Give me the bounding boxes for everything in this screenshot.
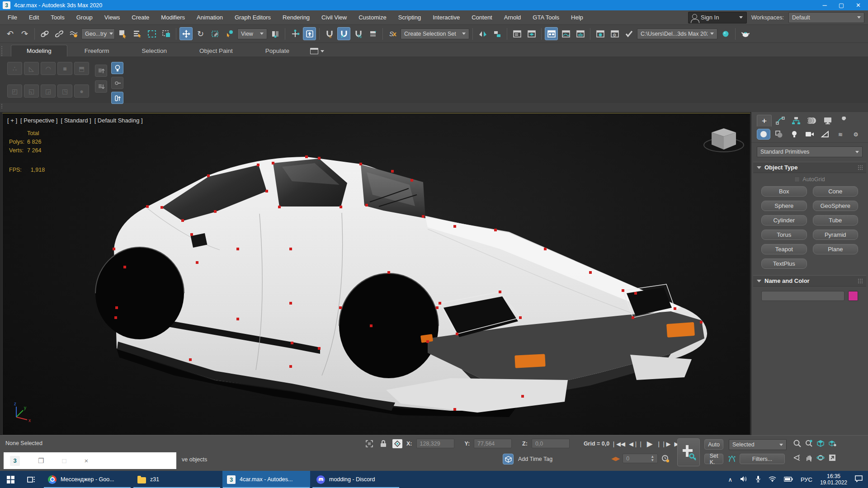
show-end-result-icon[interactable] — [111, 62, 123, 74]
minimize-button[interactable]: ─ — [823, 2, 827, 9]
select-by-name-icon[interactable] — [131, 27, 144, 40]
material-editor-icon[interactable] — [594, 27, 607, 40]
poly-tool-icon-1[interactable]: ◰ — [7, 84, 22, 98]
auto-key-button[interactable]: Auto — [704, 439, 723, 450]
y-coordinate-field[interactable]: 77,564 — [474, 439, 512, 448]
motion-tab[interactable] — [804, 115, 819, 127]
teapot-button[interactable]: Teapot — [761, 244, 807, 254]
z-coordinate-field[interactable]: 0,0 — [532, 439, 570, 448]
viewport-renderer-menu[interactable]: [ Standard ] — [61, 117, 91, 124]
poly-tool-icon-5[interactable]: ● — [74, 84, 89, 98]
menu-arnold[interactable]: Arnold — [498, 10, 527, 24]
percent-snap-toggle-icon[interactable]: % — [352, 27, 365, 40]
select-and-link-icon[interactable] — [38, 27, 51, 40]
menu-group[interactable]: Group — [71, 10, 99, 24]
absolute-mode-transform-icon[interactable] — [392, 439, 402, 448]
viewport-shading-menu[interactable]: [ Default Shading ] — [94, 117, 143, 124]
pan-view-icon[interactable] — [804, 453, 814, 462]
select-object-icon[interactable] — [116, 27, 129, 40]
time-tag-cube-icon[interactable] — [503, 454, 514, 465]
copy-icon[interactable]: ❐ — [38, 457, 44, 465]
select-and-place-icon[interactable] — [223, 27, 236, 40]
close-popup-icon[interactable]: × — [85, 457, 89, 465]
menu-interactive[interactable]: Interactive — [427, 10, 466, 24]
maximize-button[interactable]: ▢ — [839, 2, 844, 9]
sphere-button[interactable]: Sphere — [761, 201, 807, 211]
action-center-icon[interactable] — [855, 475, 863, 483]
cameras-category-icon[interactable] — [803, 129, 816, 140]
poly-tool-icon-4[interactable]: ◳ — [57, 84, 72, 98]
menu-edit[interactable]: Edit — [23, 10, 45, 24]
textplus-button[interactable]: TextPlus — [761, 258, 807, 269]
frame-spinner-arrows-icon[interactable]: ◀▶ — [611, 455, 620, 462]
selection-set-keying-dropdown[interactable]: Selected — [729, 439, 787, 450]
task-view-button[interactable] — [21, 471, 42, 488]
language-indicator[interactable]: РУС — [801, 476, 812, 483]
select-and-move-icon[interactable] — [179, 27, 193, 40]
viewcube[interactable] — [704, 128, 744, 152]
utilities-tab[interactable] — [836, 115, 851, 127]
select-and-rotate-icon[interactable]: ↻ — [194, 27, 207, 40]
isolate-selection-icon[interactable] — [364, 439, 374, 448]
poly-tool-icon-2[interactable]: ◱ — [24, 84, 39, 98]
toggle-ribbon-icon[interactable] — [545, 27, 558, 40]
bind-to-spacewarp-icon[interactable] — [67, 27, 80, 40]
project-folder-dropdown[interactable]: C:\Users\Del...3ds Max 2020 — [637, 28, 717, 39]
menu-tools[interactable]: Tools — [45, 10, 70, 24]
autogrid-checkbox[interactable] — [794, 177, 800, 182]
pyramid-button[interactable]: Pyramid — [813, 230, 859, 240]
menu-rendering[interactable]: Rendering — [277, 10, 316, 24]
workspace-dropdown[interactable]: Default — [788, 12, 864, 23]
go-to-start-icon[interactable]: ❘◀◀ — [611, 441, 625, 447]
create-tab[interactable]: + — [757, 115, 772, 127]
name-and-color-rollout-header[interactable]: Name and Color — [753, 275, 866, 286]
window-crossing-toggle-icon[interactable] — [160, 27, 173, 40]
edge-mode-icon[interactable]: ◺ — [24, 62, 39, 75]
render-setup-icon[interactable]: ⚙ — [608, 27, 621, 40]
add-time-tag-label[interactable]: Add Time Tag — [518, 456, 552, 462]
square-icon[interactable]: □ — [62, 457, 66, 465]
border-mode-icon[interactable]: ◠ — [41, 62, 56, 75]
redo-icon[interactable]: ↷ — [18, 27, 31, 40]
menu-gta-tools[interactable]: GTA Tools — [527, 10, 565, 24]
menu-graph-editors[interactable]: Graph Editors — [229, 10, 277, 24]
play-icon[interactable]: ▶ — [647, 439, 653, 449]
cone-button[interactable]: Cone — [813, 186, 859, 197]
close-button[interactable]: ✕ — [856, 2, 861, 9]
ribbon-tab-freeform[interactable]: Freeform — [69, 45, 125, 56]
object-color-swatch[interactable] — [848, 291, 858, 301]
vertex-mode-icon[interactable]: ∴ — [7, 62, 22, 75]
menu-create[interactable]: Create — [126, 10, 155, 24]
box-button[interactable]: Box — [761, 186, 807, 197]
named-selection-set-combo[interactable]: Create Selection Set — [401, 28, 469, 39]
sign-in-button[interactable]: Sign In — [688, 12, 747, 23]
display-tab[interactable] — [820, 115, 835, 127]
geosphere-button[interactable]: GeoSphere — [813, 201, 859, 211]
viewport-general-menu[interactable]: [ + ] — [7, 117, 17, 124]
toggle-layer-explorer-icon[interactable] — [525, 27, 538, 40]
undo-icon[interactable]: ↶ — [4, 27, 17, 40]
tube-button[interactable]: Tube — [813, 215, 859, 225]
time-configuration-icon[interactable] — [660, 454, 670, 463]
curve-editor-icon[interactable] — [559, 27, 572, 40]
menu-modifiers[interactable]: Modifiers — [155, 10, 191, 24]
zoom-icon[interactable] — [792, 439, 802, 448]
taskbar-clock[interactable]: 16:35 19.01.2022 — [820, 473, 847, 486]
selection-lock-icon[interactable] — [378, 439, 388, 448]
category-dropdown[interactable]: Standard Primitives — [757, 146, 863, 157]
spinner-snap-toggle-icon[interactable] — [366, 27, 379, 40]
unlink-selection-icon[interactable] — [52, 27, 66, 40]
render-in-cloud-icon[interactable] — [719, 27, 732, 40]
select-and-scale-icon[interactable] — [208, 27, 222, 40]
menu-customize[interactable]: Customize — [353, 10, 392, 24]
toggle-scene-explorer-icon[interactable] — [510, 27, 524, 40]
set-keys-button[interactable] — [677, 438, 700, 466]
polygon-mode-icon[interactable]: ■ — [57, 62, 72, 75]
key-filters-icon[interactable] — [727, 455, 737, 464]
ribbon-tab-selection[interactable]: Selection — [127, 45, 183, 56]
orbit-icon[interactable] — [816, 453, 826, 462]
poly-tool-icon-3[interactable]: ◲ — [41, 84, 56, 98]
menu-scripting[interactable]: Scripting — [392, 10, 427, 24]
key-filters-button[interactable]: Filters... — [740, 454, 785, 464]
object-name-input[interactable] — [761, 291, 844, 301]
